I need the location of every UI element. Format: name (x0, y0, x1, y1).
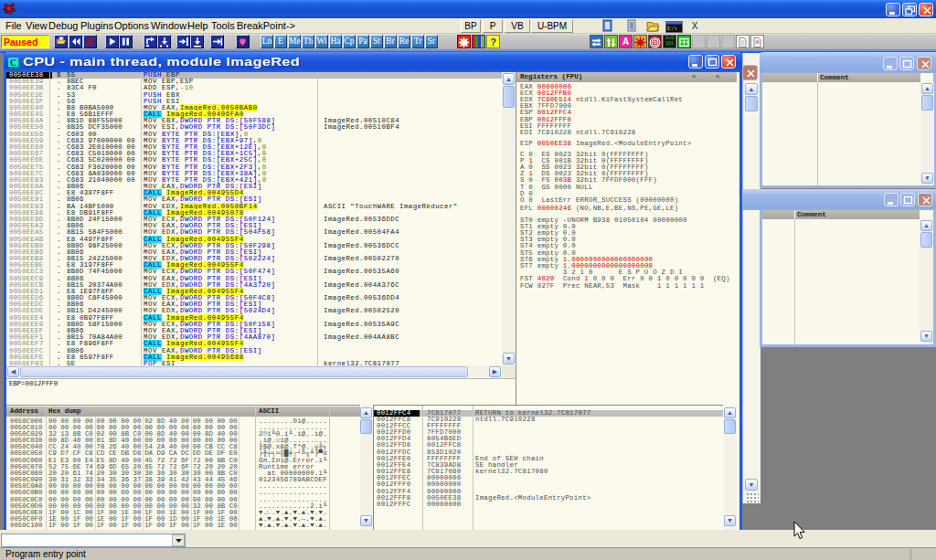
svg-text:C:\: C:\ (667, 26, 677, 32)
